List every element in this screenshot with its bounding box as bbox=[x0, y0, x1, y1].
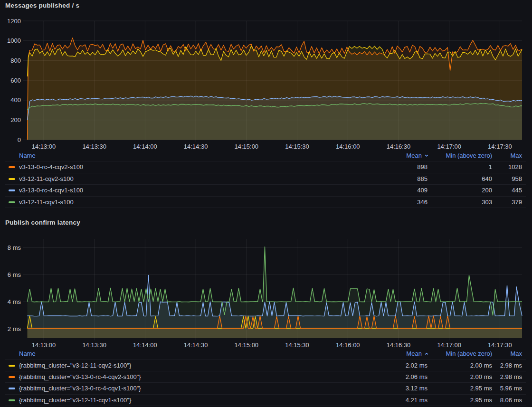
svg-text:14:17:00: 14:17:00 bbox=[437, 341, 461, 349]
svg-text:0: 0 bbox=[18, 136, 21, 143]
svg-text:14:16:00: 14:16:00 bbox=[336, 143, 360, 150]
svg-text:800: 800 bbox=[10, 57, 21, 64]
svg-text:14:15:00: 14:15:00 bbox=[234, 341, 258, 349]
svg-text:14:13:30: 14:13:30 bbox=[82, 143, 106, 150]
svg-text:14:14:00: 14:14:00 bbox=[133, 341, 157, 349]
svg-text:14:16:00: 14:16:00 bbox=[336, 341, 360, 349]
svg-text:1200: 1200 bbox=[7, 18, 21, 25]
svg-text:14:13:00: 14:13:00 bbox=[32, 341, 56, 349]
svg-text:14:17:00: 14:17:00 bbox=[437, 143, 461, 150]
svg-text:14:17:30: 14:17:30 bbox=[488, 341, 512, 349]
svg-text:8 ms: 8 ms bbox=[8, 244, 21, 251]
svg-text:14:14:30: 14:14:30 bbox=[184, 143, 208, 150]
svg-text:14:14:30: 14:14:30 bbox=[184, 341, 208, 349]
svg-text:14:16:30: 14:16:30 bbox=[387, 143, 411, 150]
svg-text:400: 400 bbox=[10, 96, 21, 104]
svg-text:14:14:00: 14:14:00 bbox=[133, 143, 157, 150]
svg-text:1000: 1000 bbox=[7, 37, 21, 44]
svg-text:14:13:00: 14:13:00 bbox=[32, 143, 56, 150]
svg-text:14:15:30: 14:15:30 bbox=[285, 341, 309, 349]
svg-text:14:16:30: 14:16:30 bbox=[387, 341, 411, 349]
svg-text:4 ms: 4 ms bbox=[8, 298, 21, 305]
svg-text:6 ms: 6 ms bbox=[8, 271, 21, 278]
svg-text:2 ms: 2 ms bbox=[8, 325, 21, 332]
svg-text:14:13:30: 14:13:30 bbox=[82, 341, 106, 349]
svg-text:600: 600 bbox=[10, 77, 21, 84]
svg-text:200: 200 bbox=[10, 116, 21, 123]
svg-text:14:15:00: 14:15:00 bbox=[234, 143, 258, 150]
svg-text:14:15:30: 14:15:30 bbox=[285, 143, 309, 150]
svg-text:14:17:30: 14:17:30 bbox=[488, 143, 512, 150]
